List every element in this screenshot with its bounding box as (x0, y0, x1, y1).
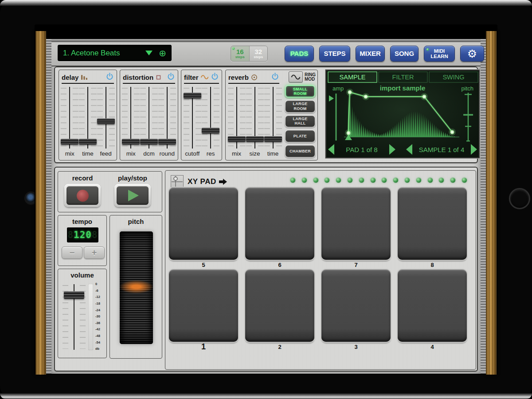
sample-next-arrow (471, 144, 477, 155)
reverb-preset-large-hall[interactable]: LARGEHALL (285, 115, 316, 128)
slider-track-dcm[interactable] (140, 87, 158, 149)
power-icon (106, 72, 114, 81)
reverb-presets: SMALLROOMLARGEROOMLARGEHALLPLATECHAMBER (285, 85, 316, 158)
reverb-preset-chamber[interactable]: CHAMBER (285, 145, 316, 158)
slider-track-time[interactable] (79, 87, 97, 149)
filter-power-button[interactable] (211, 72, 219, 82)
ring-mod-button[interactable] (289, 71, 303, 82)
drum-pad-2[interactable] (245, 270, 314, 342)
xy-pad-icon[interactable] (171, 175, 184, 188)
slider-label-mix: mix (232, 149, 241, 158)
device-top-edge (0, 0, 532, 6)
pad-number-8: 8 (430, 260, 434, 270)
slider-handle-mix[interactable] (228, 136, 246, 142)
delay-power-button[interactable] (106, 72, 114, 82)
tick-strip (109, 88, 115, 148)
midi-learn-led (426, 48, 429, 51)
slider-handle-feed[interactable] (97, 118, 115, 124)
nav-button-song[interactable]: SONG (390, 46, 419, 62)
slider-label-feed: feed (100, 149, 112, 158)
step-led-13 (428, 178, 433, 183)
record-icon (77, 190, 89, 202)
slider-track-time[interactable] (264, 87, 282, 149)
tempo-value: 120 (74, 230, 92, 240)
slider-track-feed[interactable] (97, 87, 115, 149)
distortion-power-button[interactable] (167, 72, 175, 82)
pitch-wheel[interactable] (120, 231, 153, 344)
slider-track-round[interactable] (158, 87, 176, 149)
slider-handle-cutoff[interactable] (184, 93, 201, 98)
drum-pad-6[interactable] (245, 188, 314, 260)
fx-slider-time: time (264, 87, 282, 158)
metal-edge-right (481, 39, 486, 374)
drum-pad-5[interactable] (169, 188, 238, 260)
filter-icon (201, 74, 208, 80)
play-stop-button[interactable] (114, 184, 151, 207)
distortion-sliders: mixdcmround (122, 87, 176, 158)
step-led-1 (290, 178, 295, 183)
pitch-box: pitch (110, 215, 162, 359)
filter-sliders: cutoffres (183, 87, 220, 158)
slider-handle-mix[interactable] (61, 139, 78, 145)
slider-handle-time[interactable] (79, 139, 97, 145)
xy-pad-arrow-icon (219, 179, 227, 185)
volume-title: volume (58, 271, 106, 279)
power-icon (211, 72, 219, 81)
xy-pad-label: XY PAD (188, 177, 216, 186)
tempo-plus-button[interactable]: + (84, 246, 105, 259)
reverb-preset-plate[interactable]: PLATE (285, 129, 316, 143)
reverb-preset-large-room[interactable]: LARGEROOM (285, 100, 316, 113)
reverb-power-button[interactable] (271, 72, 279, 82)
slider-handle-size[interactable] (246, 136, 264, 142)
reverb-preset-small-room[interactable]: SMALLROOM (285, 85, 316, 98)
add-song-icon[interactable]: ⊕ (159, 49, 166, 58)
tempo-minus-button[interactable]: − (62, 246, 82, 259)
main-panel: record play/stop tempo 120 − + pitch (54, 167, 478, 372)
steps-16-button[interactable]: 16 steps (231, 46, 249, 61)
slider-track-size[interactable] (246, 87, 264, 149)
slider-handle-time[interactable] (264, 136, 282, 142)
record-button[interactable] (64, 184, 101, 207)
volume-scale-label: -12 (95, 295, 107, 299)
power-icon (271, 72, 279, 81)
nav-button-pads[interactable]: PADS (285, 46, 314, 62)
display-tab-sample: SAMPLE (340, 74, 366, 81)
drum-pad-7[interactable] (321, 188, 391, 260)
slider-handle-res[interactable] (202, 128, 219, 133)
volume-slider[interactable] (63, 284, 86, 350)
nav-button-midi-learn[interactable]: MIDILEARN (424, 46, 455, 62)
dropdown-icon[interactable] (145, 51, 153, 55)
slider-label-mix: mix (126, 149, 136, 158)
slider-handle-dcm[interactable] (140, 139, 158, 145)
song-selector[interactable]: 1. Acetone Beats ⊕ (58, 45, 172, 61)
sample-display[interactable]: SAMPLEFILTERSWINGampimport samplepitchPA… (325, 70, 480, 158)
delay-header: delay (62, 71, 114, 84)
slider-track-mix[interactable] (122, 87, 140, 149)
slider-label-res: res (207, 149, 215, 158)
volume-scale-label: -30 (95, 315, 107, 318)
volume-handle[interactable] (64, 291, 84, 299)
fx-slider-mix: mix (61, 87, 79, 158)
tick-strip (97, 88, 103, 148)
song-title: 1. Acetone Beats (63, 49, 145, 58)
home-button[interactable] (509, 188, 530, 209)
nav-button-steps[interactable]: STEPS (319, 46, 350, 62)
pad-row-top: 5678 (169, 188, 467, 270)
slider-track-res[interactable] (202, 87, 219, 149)
nav-button-mixer[interactable]: MIXER (356, 46, 385, 62)
volume-scale-label: -54 (95, 341, 107, 344)
slider-handle-round[interactable] (158, 139, 176, 145)
settings-button[interactable]: ⚙ (460, 46, 484, 62)
power-icon (167, 72, 175, 81)
slider-track-mix[interactable] (61, 87, 78, 149)
drum-pad-3[interactable] (321, 270, 391, 342)
steps-32-button[interactable]: 32 steps (249, 46, 268, 61)
slider-track-mix[interactable] (228, 87, 246, 149)
drum-pad-4[interactable] (398, 270, 467, 342)
drum-pad-1[interactable] (169, 270, 238, 342)
pad-number-4: 4 (430, 342, 434, 352)
slider-handle-mix[interactable] (122, 139, 140, 145)
step-led-6 (348, 178, 352, 183)
drum-pad-8[interactable] (398, 188, 467, 260)
slider-track-cutoff[interactable] (184, 87, 201, 149)
